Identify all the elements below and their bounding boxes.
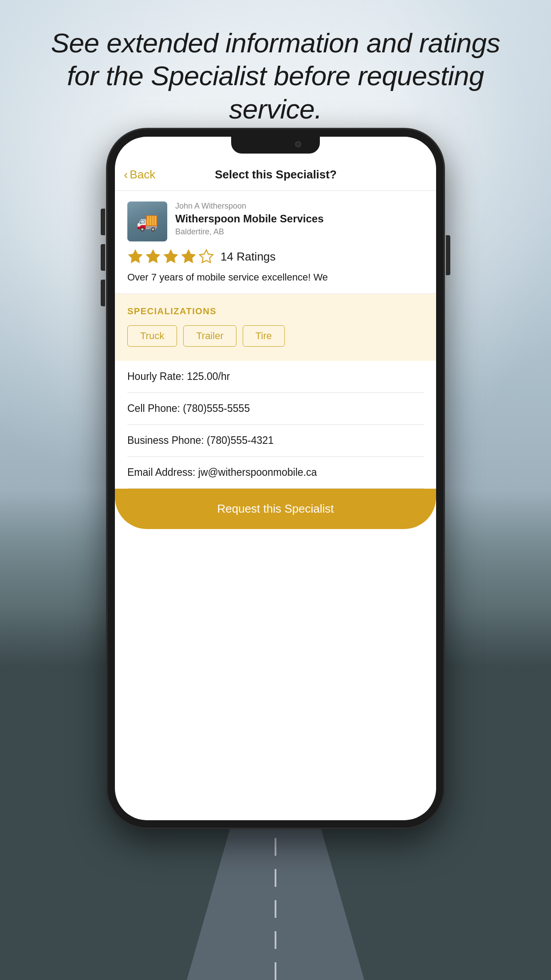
specializations-section: SPECIALIZATIONS Truck Trailer Tire	[115, 294, 436, 361]
rating-count: 14 Ratings	[220, 250, 276, 264]
specializations-title: SPECIALIZATIONS	[127, 306, 424, 316]
front-camera	[295, 141, 301, 147]
phone-screen: ‹ Back Select this Specialist? John A Wi…	[115, 137, 436, 820]
specialist-username: John A Witherspoon	[175, 202, 424, 211]
specialist-avatar	[127, 202, 167, 241]
svg-marker-4	[200, 250, 213, 263]
rating-row: 14 Ratings	[127, 249, 424, 265]
detail-business-phone: Business Phone: (780)555-4321	[127, 425, 424, 457]
header-tagline: See extended information and ratings for…	[35, 27, 516, 126]
phone-frame: ‹ Back Select this Specialist? John A Wi…	[107, 129, 444, 828]
spec-tags: Truck Trailer Tire	[127, 325, 424, 347]
bottom-cta: Request this Specialist	[115, 489, 436, 529]
specialist-description: Over 7 years of mobile service excellenc…	[127, 271, 424, 285]
svg-marker-2	[164, 250, 177, 263]
specialist-company: Witherspoon Mobile Services	[175, 213, 424, 225]
svg-marker-1	[146, 250, 160, 263]
phone-wrapper: ‹ Back Select this Specialist? John A Wi…	[107, 129, 444, 828]
spec-tag-trailer: Trailer	[183, 325, 236, 347]
spec-tag-tire: Tire	[243, 325, 285, 347]
spec-tag-truck: Truck	[127, 325, 177, 347]
star-2	[145, 249, 161, 265]
header-section: See extended information and ratings for…	[0, 27, 551, 126]
specialist-location: Baldertire, AB	[175, 227, 424, 237]
specialist-header: John A Witherspoon Witherspoon Mobile Se…	[127, 202, 424, 241]
request-specialist-button[interactable]: Request this Specialist	[115, 489, 436, 529]
detail-email: Email Address: jw@witherspoonmobile.ca	[127, 457, 424, 489]
phone-notch	[231, 137, 320, 154]
back-button[interactable]: ‹ Back	[124, 168, 155, 182]
svg-marker-3	[182, 250, 195, 263]
detail-cell-phone: Cell Phone: (780)555-5555	[127, 393, 424, 425]
star-3	[163, 249, 179, 265]
back-chevron-icon: ‹	[124, 169, 128, 181]
details-section: Hourly Rate: 125.00/hr Cell Phone: (780)…	[115, 361, 436, 489]
star-1	[127, 249, 143, 265]
svg-marker-0	[129, 250, 142, 263]
specialist-info: John A Witherspoon Witherspoon Mobile Se…	[175, 202, 424, 237]
screen-content: ‹ Back Select this Specialist? John A Wi…	[115, 137, 436, 529]
detail-hourly-rate: Hourly Rate: 125.00/hr	[127, 361, 424, 393]
nav-bar: ‹ Back Select this Specialist?	[115, 159, 436, 191]
nav-title: Select this Specialist?	[155, 168, 423, 182]
specialist-section: John A Witherspoon Witherspoon Mobile Se…	[115, 191, 436, 294]
back-label: Back	[130, 168, 155, 182]
stars	[127, 249, 214, 265]
star-5	[198, 249, 214, 265]
star-4	[181, 249, 197, 265]
